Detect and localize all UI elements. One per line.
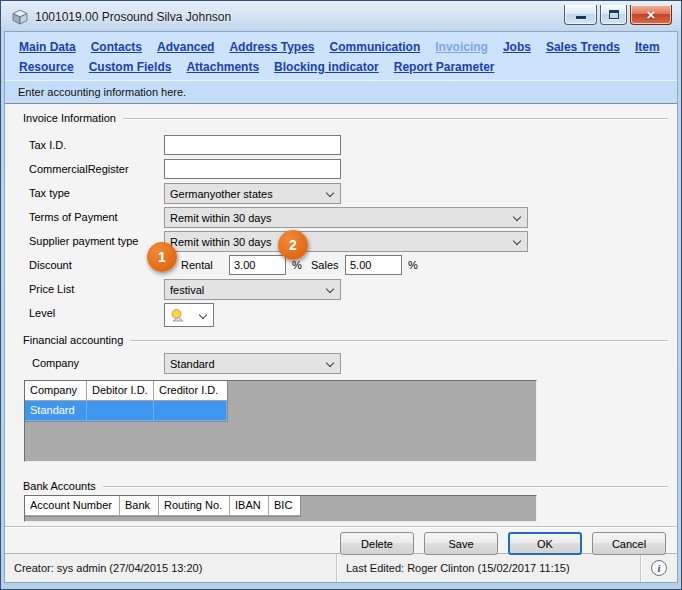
bank-table-inner: Account NumberBankRouting No.IBANBIC (25, 496, 301, 517)
chevron-down-icon (326, 359, 334, 367)
maximize-icon (609, 10, 619, 19)
tab-jobs[interactable]: Jobs (503, 40, 531, 54)
bank-column-header-bic[interactable]: BIC (269, 496, 300, 516)
bank-accounts-section-header: Bank Accounts (23, 479, 668, 493)
bank-column-header-iban[interactable]: IBAN (230, 496, 269, 516)
section-divider (130, 340, 668, 342)
tab-sales-trends[interactable]: Sales Trends (546, 40, 620, 54)
terms-of-payment-select[interactable]: Remit within 30 days (164, 207, 528, 228)
action-buttons: Delete Save OK Cancel (340, 532, 666, 555)
fin-table-cell[interactable] (154, 401, 227, 421)
commercial-register-row: CommercialRegister (5, 159, 677, 181)
tab-communication[interactable]: Communication (330, 40, 421, 54)
info-status-segment: i (640, 554, 677, 582)
level-select[interactable] (164, 303, 214, 327)
tax-type-value: Germanyother states (170, 188, 273, 200)
ok-button[interactable]: OK (508, 532, 582, 555)
section-divider (123, 118, 668, 120)
tab-invoicing[interactable]: Invoicing (435, 40, 488, 54)
minimize-icon (576, 16, 586, 19)
financial-accounting-section-header: Financial accounting (23, 333, 668, 347)
supplier-payment-type-label: Supplier payment type (29, 235, 138, 247)
invoicing-panel: Invoice Information Tax I.D. CommercialR… (5, 103, 677, 553)
button-area-divider (5, 526, 677, 528)
tab-bar: Main DataContactsAdvancedAddress TypesCo… (5, 32, 677, 80)
info-message-bar: Enter accounting information here. (5, 80, 677, 103)
status-bar: Creator: sys admin (27/04/2015 13:20) La… (5, 553, 677, 582)
chevron-down-icon (199, 311, 207, 319)
financial-table-header-row: CompanyDebitor I.D.Creditor I.D. (25, 381, 227, 401)
tab-report-parameter[interactable]: Report Parameter (394, 60, 495, 74)
save-button[interactable]: Save (424, 532, 498, 555)
info-message: Enter accounting information here. (18, 86, 186, 98)
callout-badge-2: 2 (278, 230, 308, 260)
tax-id-row: Tax I.D. (5, 135, 677, 157)
tax-type-row: Tax type Germanyother states (5, 183, 677, 205)
fin-column-header-company[interactable]: Company (25, 381, 87, 401)
fin-table-cell[interactable]: Standard (25, 401, 87, 421)
tab-advanced[interactable]: Advanced (157, 40, 214, 54)
bank-table-header-row: Account NumberBankRouting No.IBANBIC (25, 496, 300, 516)
creator-text: Creator: sys admin (27/04/2015 13:20) (14, 562, 202, 574)
company-select[interactable]: Standard (164, 353, 341, 374)
commercial-register-input[interactable] (164, 159, 341, 179)
rental-label: Rental (181, 259, 213, 271)
maximize-button[interactable] (600, 5, 627, 25)
tab-attachments[interactable]: Attachments (186, 60, 259, 74)
titlebar[interactable]: 1001019.00 Prosound Silva Johnson × (4, 3, 678, 31)
tax-id-input[interactable] (164, 135, 341, 155)
info-icon[interactable]: i (651, 560, 667, 576)
window-title: 1001019.00 Prosound Silva Johnson (35, 10, 564, 24)
bank-accounts-title: Bank Accounts (23, 480, 103, 492)
discount-row: Discount Rental % Sales % (5, 255, 677, 277)
fin-table-row[interactable]: Standard (25, 401, 227, 421)
chevron-down-icon (513, 213, 521, 221)
cancel-button[interactable]: Cancel (592, 532, 666, 555)
level-label: Level (29, 307, 55, 319)
fin-table-cell[interactable] (87, 401, 154, 421)
price-list-select[interactable]: festival (164, 279, 341, 300)
financial-accounting-table[interactable]: CompanyDebitor I.D.Creditor I.D. Standar… (24, 380, 537, 462)
tab-contacts[interactable]: Contacts (91, 40, 142, 54)
tax-type-select[interactable]: Germanyother states (164, 183, 341, 204)
bank-column-header-bank[interactable]: Bank (120, 496, 159, 516)
terms-of-payment-value: Remit within 30 days (170, 212, 272, 224)
bank-column-header-routing-no-[interactable]: Routing No. (159, 496, 230, 516)
level-row: Level (5, 303, 677, 325)
price-list-value: festival (170, 284, 204, 296)
rental-discount-input[interactable] (229, 255, 286, 275)
rental-percent-sign: % (292, 259, 302, 271)
terms-of-payment-row: Terms of Payment Remit within 30 days (5, 207, 677, 229)
delete-button[interactable]: Delete (340, 532, 414, 555)
tab-row-1: Main DataContactsAdvancedAddress TypesCo… (19, 37, 677, 57)
fin-column-header-creditor-i-d-[interactable]: Creditor I.D. (154, 381, 227, 401)
price-list-label: Price List (29, 283, 74, 295)
section-divider (103, 486, 668, 488)
window-controls: × (564, 5, 672, 25)
financial-accounting-title: Financial accounting (23, 334, 130, 346)
minimize-button[interactable] (564, 5, 597, 25)
tab-item[interactable]: Item (635, 40, 660, 54)
company-row: Company Standard (5, 353, 677, 375)
tab-custom-fields[interactable]: Custom Fields (89, 60, 172, 74)
sales-discount-input[interactable] (345, 255, 402, 275)
terms-of-payment-label: Terms of Payment (29, 211, 118, 223)
financial-table-body: Standard (25, 401, 227, 421)
company-value: Standard (170, 358, 215, 370)
bank-accounts-table[interactable]: Account NumberBankRouting No.IBANBIC (24, 495, 537, 522)
tab-resource[interactable]: Resource (19, 60, 74, 74)
tab-blocking-indicator[interactable]: Blocking indicator (274, 60, 379, 74)
tab-main-data[interactable]: Main Data (19, 40, 76, 54)
tab-address-types[interactable]: Address Types (229, 40, 314, 54)
close-button[interactable]: × (630, 5, 672, 25)
price-list-row: Price List festival (5, 279, 677, 301)
close-icon: × (647, 7, 656, 22)
invoice-information-title: Invoice Information (23, 112, 123, 124)
app-window: 1001019.00 Prosound Silva Johnson × Main… (0, 0, 682, 590)
creator-status: Creator: sys admin (27/04/2015 13:20) (5, 554, 336, 582)
fin-column-header-debitor-i-d-[interactable]: Debitor I.D. (87, 381, 154, 401)
supplier-payment-type-select[interactable]: Remit within 30 days (164, 231, 528, 252)
invoice-information-section-header: Invoice Information (23, 111, 668, 125)
bank-column-header-account-number[interactable]: Account Number (25, 496, 120, 516)
client-area: Main DataContactsAdvancedAddress TypesCo… (4, 31, 678, 583)
